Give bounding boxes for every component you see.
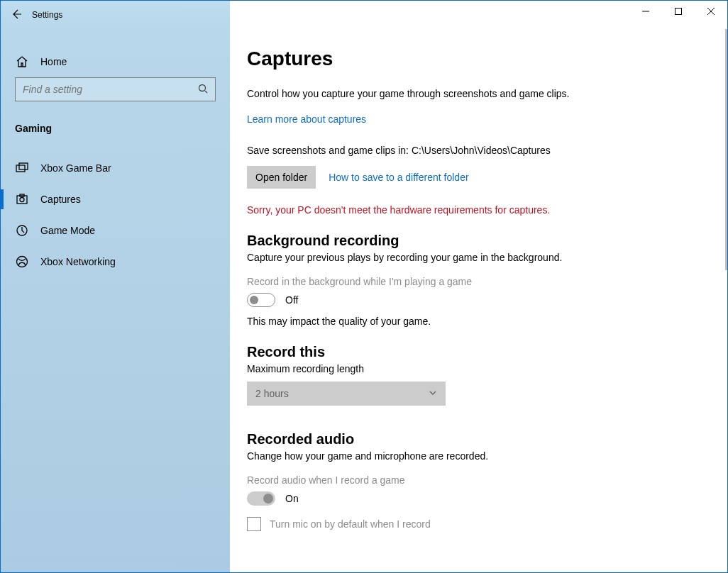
bg-toggle-label: Record in the background while I'm playi…	[247, 276, 707, 287]
sidebar-item-xbox-networking[interactable]: Xbox Networking	[1, 246, 230, 277]
toggle-knob-icon	[250, 296, 258, 304]
sidebar-search[interactable]	[15, 77, 216, 101]
game-bar-icon	[15, 161, 29, 175]
svg-rect-3	[19, 163, 28, 169]
sidebar-item-label: Captures	[40, 194, 81, 205]
sidebar-item-label: Game Mode	[40, 225, 95, 236]
title-bar: Settings	[1, 1, 727, 29]
minimize-button[interactable]	[629, 1, 662, 22]
settings-window: Settings Home	[0, 0, 728, 573]
sidebar-item-label: Xbox Game Bar	[40, 162, 111, 174]
bg-toggle-state: Off	[285, 294, 298, 306]
bg-note: This may impact the quality of your game…	[247, 316, 707, 327]
recorded-audio-sub: Change how your game and microphone are …	[247, 450, 707, 462]
minimize-icon	[642, 6, 649, 17]
maximize-button[interactable]	[662, 1, 695, 22]
sidebar-section-label: Gaming	[15, 123, 52, 134]
record-this-sub: Maximum recording length	[247, 363, 707, 374]
sidebar-section-header: Gaming	[1, 113, 230, 144]
maximize-icon	[675, 6, 682, 17]
captures-icon	[15, 192, 29, 206]
svg-point-6	[20, 198, 24, 202]
sidebar-item-captures[interactable]: Captures	[1, 184, 230, 215]
back-arrow-icon	[11, 9, 22, 22]
how-to-save-link[interactable]: How to save to a different folder	[329, 172, 468, 183]
game-mode-icon	[15, 223, 29, 238]
search-icon	[198, 84, 209, 95]
title-bar-left: Settings	[1, 1, 230, 29]
close-icon	[707, 6, 715, 17]
close-button[interactable]	[695, 1, 727, 22]
open-folder-button[interactable]: Open folder	[247, 166, 316, 189]
title-bar-right	[230, 1, 727, 29]
search-input[interactable]	[21, 83, 198, 96]
sidebar-search-wrap	[1, 77, 230, 113]
toggle-knob-icon	[263, 494, 273, 504]
audio-toggle-row: On	[247, 491, 707, 506]
window-body: Home Gaming Xbox Game Bar	[1, 29, 727, 572]
max-length-value: 2 hours	[255, 388, 289, 399]
xbox-networking-icon	[15, 255, 29, 269]
sidebar: Home Gaming Xbox Game Bar	[1, 29, 230, 572]
svg-rect-0	[675, 9, 682, 15]
svg-point-8	[17, 257, 28, 267]
sidebar-home-label: Home	[40, 56, 67, 67]
open-folder-row: Open folder How to save to a different f…	[247, 166, 707, 189]
sidebar-item-game-mode[interactable]: Game Mode	[1, 215, 230, 246]
back-button[interactable]	[1, 1, 32, 29]
record-this-heading: Record this	[247, 344, 707, 360]
background-recording-heading: Background recording	[247, 233, 707, 249]
chevron-down-icon	[429, 388, 437, 399]
intro-text: Control how you capture your game throug…	[247, 87, 616, 101]
background-recording-sub: Capture your previous plays by recording…	[247, 252, 707, 263]
home-icon	[15, 55, 29, 69]
sidebar-home[interactable]: Home	[1, 46, 230, 77]
recorded-audio-heading: Recorded audio	[247, 431, 707, 447]
mic-checkbox[interactable]	[247, 517, 261, 531]
bg-toggle[interactable]	[247, 293, 275, 307]
learn-more-link[interactable]: Learn more about captures	[247, 113, 707, 125]
save-path-label: Save screenshots and game clips in: C:\U…	[247, 145, 707, 156]
page-title: Captures	[247, 48, 707, 70]
svg-point-1	[199, 85, 206, 91]
svg-rect-2	[16, 165, 25, 172]
mic-checkbox-label: Turn mic on by default when I record	[270, 518, 431, 530]
sidebar-item-xbox-game-bar[interactable]: Xbox Game Bar	[1, 152, 230, 184]
scrollbar[interactable]	[724, 29, 727, 572]
scroll-thumb[interactable]	[725, 29, 727, 270]
app-title: Settings	[32, 10, 62, 20]
content-pane[interactable]: Captures Control how you capture your ga…	[230, 29, 727, 572]
mic-checkbox-row: Turn mic on by default when I record	[247, 517, 707, 531]
audio-toggle[interactable]	[247, 491, 275, 506]
bg-toggle-row: Off	[247, 293, 707, 307]
audio-toggle-state: On	[285, 493, 299, 504]
hardware-error-text: Sorry, your PC doesn't meet the hardware…	[247, 204, 707, 216]
sidebar-item-label: Xbox Networking	[40, 256, 116, 267]
max-length-dropdown[interactable]: 2 hours	[247, 382, 446, 406]
audio-toggle-label: Record audio when I record a game	[247, 474, 707, 486]
